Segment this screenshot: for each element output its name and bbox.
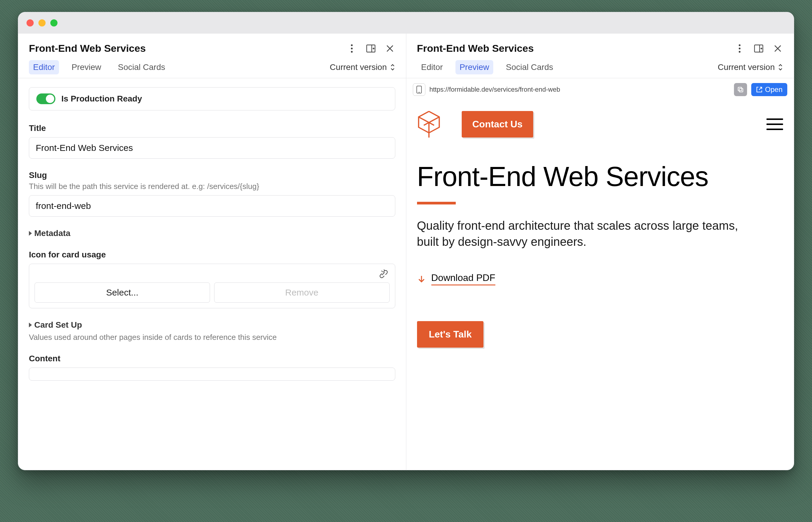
version-selector[interactable]: Current version [718,62,783,72]
editor-tabs: Editor Preview Social Cards [29,60,169,74]
preview-body: Contact Us Front-End Web Services Qualit… [406,101,794,470]
tab-editor[interactable]: Editor [29,60,59,74]
chevron-updown-icon [390,63,395,71]
metadata-label: Metadata [34,228,70,238]
title-input[interactable] [29,137,395,159]
card-setup-collapser[interactable]: Card Set Up [29,320,395,330]
title-underline [417,202,456,204]
editor-pane: Front-End Web Services Editor Prev [18,34,406,470]
chevron-updown-icon [778,63,783,71]
card-setup-section: Card Set Up Values used around other pag… [29,320,395,342]
svg-rect-20 [739,88,743,92]
metadata-collapser[interactable]: Metadata [29,228,395,238]
minimize-window[interactable] [38,19,45,26]
icon-card: Select... Remove [29,264,395,308]
version-label: Current version [330,62,387,72]
hero-title: Front-End Web Services [417,162,784,191]
hero-subtitle: Quality front-end architecture that scal… [417,218,757,250]
version-label: Current version [718,62,775,72]
preview-title: Front-End Web Services [417,43,534,54]
preview-tabs-row: Editor Preview Social Cards Current vers… [406,60,794,78]
tab-preview[interactable]: Preview [67,60,105,74]
url-bar: https://formidable.dev/services/front-en… [406,78,794,101]
svg-point-11 [739,51,740,53]
contact-us-button[interactable]: Contact Us [462,111,534,138]
mobile-icon[interactable] [413,83,425,96]
icon-section: Icon for card usage Select... Remove [29,250,395,308]
download-pdf-link[interactable]: Download PDF [417,272,784,285]
lets-talk-button[interactable]: Let's Talk [417,321,484,347]
open-button[interactable]: Open [751,83,787,96]
download-label: Download PDF [431,272,495,285]
svg-point-0 [351,44,353,46]
tab-social-cards[interactable]: Social Cards [114,60,170,74]
card-setup-label: Card Set Up [34,320,82,330]
app-window: Front-End Web Services Editor Prev [18,12,794,470]
svg-point-9 [739,44,740,46]
open-external-icon [756,86,762,93]
icon-remove-button[interactable]: Remove [214,282,390,303]
plug-icon [379,269,388,280]
preview-url: https://formidable.dev/services/front-en… [429,86,730,94]
svg-point-1 [351,47,353,49]
caret-right-icon [29,323,32,327]
content-label: Content [29,354,395,363]
editor-body: Is Production Ready Title Slug This will… [18,78,406,470]
slug-input[interactable] [29,195,395,217]
icon-buttons: Select... Remove [35,282,390,303]
editor-tabs-row: Editor Preview Social Cards Current vers… [18,60,406,78]
preview-tabs: Editor Preview Social Cards [417,60,557,74]
title-label: Title [29,123,395,133]
kebab-menu-icon[interactable] [346,43,357,54]
titlebar [18,12,794,34]
preview-header-actions [734,43,783,54]
tab-editor[interactable]: Editor [417,60,447,74]
preview-header: Front-End Web Services [406,34,794,60]
tab-social-cards[interactable]: Social Cards [502,60,557,74]
slug-help: This will be the path this service is re… [29,182,395,191]
copy-url-button[interactable] [734,83,747,96]
icon-label: Icon for card usage [29,250,395,260]
svg-point-10 [739,47,740,49]
close-icon[interactable] [772,43,783,54]
slug-section: Slug This will be the path this service … [29,170,395,217]
tab-preview[interactable]: Preview [456,60,494,74]
split-pane-icon[interactable] [753,43,764,54]
hamburger-menu-icon[interactable] [767,118,783,130]
icon-select-button[interactable]: Select... [35,282,210,303]
formidable-logo[interactable] [417,110,441,138]
slug-label: Slug [29,170,395,180]
title-section: Title [29,123,395,159]
maximize-window[interactable] [50,19,57,26]
preview-nav-left: Contact Us [417,110,534,138]
editor-title: Front-End Web Services [29,43,146,54]
production-ready-field: Is Production Ready [29,87,395,111]
svg-point-2 [351,51,353,53]
split-panes: Front-End Web Services Editor Prev [18,34,794,470]
card-setup-help: Values used around other pages inside of… [29,333,395,342]
production-ready-label: Is Production Ready [61,94,142,104]
content-section: Content [29,354,395,381]
kebab-menu-icon[interactable] [734,43,745,54]
preview-nav: Contact Us [417,110,784,138]
arrow-down-icon [417,275,426,283]
editor-header: Front-End Web Services [18,34,406,60]
editor-header-actions [346,43,395,54]
caret-right-icon [29,231,32,236]
content-input[interactable] [29,367,395,381]
metadata-section: Metadata [29,228,395,238]
version-selector[interactable]: Current version [330,62,395,72]
preview-pane: Front-End Web Services Editor Prev [406,34,794,470]
open-label: Open [765,85,782,94]
close-window[interactable] [26,19,34,26]
close-icon[interactable] [385,43,395,54]
svg-rect-21 [738,87,742,91]
production-ready-toggle[interactable] [36,94,55,104]
split-pane-icon[interactable] [366,43,376,54]
